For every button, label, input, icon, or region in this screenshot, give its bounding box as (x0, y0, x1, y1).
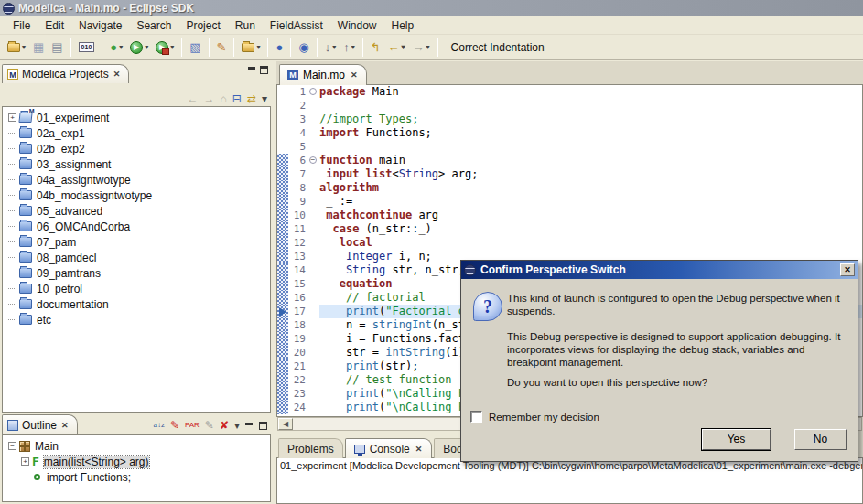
menu-item-project[interactable]: Project (178, 17, 227, 34)
print-icon[interactable]: ▤ (49, 38, 65, 57)
console-content[interactable]: 01_experiment [Modelica Developement Too… (276, 458, 863, 504)
hide-parameters-icon[interactable]: PAR (185, 420, 200, 431)
code-text (319, 99, 862, 113)
save-icon[interactable]: ▦ (30, 38, 47, 57)
tab-console[interactable]: Console✕ (345, 438, 433, 458)
menu-item-fieldassist[interactable]: FieldAssist (263, 17, 330, 34)
tab-modelica-projects[interactable]: M Modelica Projects ✕ (2, 64, 129, 83)
forward-icon[interactable]: → (204, 93, 215, 104)
view-menu-icon[interactable]: ▾ (234, 420, 240, 431)
hide-protected-icon[interactable]: ✎ (205, 420, 214, 431)
external-tools-icon[interactable]: ▶▾ (153, 38, 177, 57)
correct-indentation-button[interactable]: Correct Indentation (443, 38, 553, 58)
maximize-view-icon[interactable] (259, 422, 267, 430)
close-icon[interactable]: ✕ (113, 70, 122, 79)
hide-fields-icon[interactable]: ✎ (170, 420, 179, 431)
expander-plus-icon[interactable]: + (8, 113, 16, 122)
link-with-editor-icon[interactable]: ⇄ (247, 93, 256, 104)
web-sphere-icon[interactable]: ● (273, 38, 286, 57)
web-globe-icon[interactable]: ◉ (296, 38, 311, 57)
close-icon[interactable]: ✕ (350, 70, 359, 80)
project-tree-item[interactable]: 02a_exp1 (6, 125, 270, 141)
dialog-title-bar[interactable]: Confirm Perspective Switch ✕ (461, 261, 858, 279)
dropdown-arrow-icon[interactable]: ▾ (145, 43, 148, 51)
expander-plus-icon[interactable]: + (21, 457, 29, 466)
tab-problems[interactable]: Problems (278, 438, 343, 458)
next-annotation-icon[interactable]: ↓▾ (322, 38, 340, 57)
project-tree-item[interactable]: 10_petrol (6, 281, 270, 296)
project-tree-item[interactable]: 06_OMCAndCorba (6, 219, 270, 234)
console-view-icon[interactable]: ▧ (187, 38, 203, 57)
scroll-left-icon[interactable]: ◀ (278, 418, 293, 430)
previous-annotation-icon[interactable]: ↑▾ (340, 38, 358, 57)
instruction-pointer-icon (279, 307, 286, 316)
project-tree-item[interactable]: 07_pam (6, 234, 270, 250)
line-number: 15 (288, 277, 308, 291)
dropdown-arrow-icon[interactable]: ▾ (119, 43, 123, 51)
tab-main-mo[interactable]: M Main.mo ✕ (279, 64, 367, 85)
collapse-icon[interactable]: − (309, 88, 317, 95)
close-icon[interactable]: ✕ (60, 421, 70, 430)
project-tree-item[interactable]: 05_advanced (6, 203, 270, 219)
outline-tree-item[interactable]: import Functions; (6, 469, 270, 485)
maximize-view-icon[interactable] (260, 66, 268, 74)
sort-icon[interactable]: a↓z (153, 420, 164, 431)
dropdown-arrow-icon[interactable]: ▾ (170, 43, 174, 51)
instruction-pointer-gutter (277, 305, 288, 318)
remember-decision-checkbox[interactable] (470, 411, 482, 423)
project-tree-item[interactable]: +01_experiment (6, 110, 270, 125)
minimize-view-icon[interactable] (245, 422, 254, 430)
open-folder-icon[interactable]: ▾ (239, 40, 263, 55)
dropdown-arrow-icon[interactable]: ▾ (332, 43, 336, 51)
menu-item-search[interactable]: Search (129, 17, 178, 34)
project-tree-item[interactable]: 02b_exp2 (6, 141, 270, 156)
toolbar-separator (70, 38, 71, 57)
last-edit-location-icon[interactable]: ↰ (368, 38, 383, 57)
project-tree-item[interactable]: documentation (6, 296, 270, 312)
project-tree-item[interactable]: 09_pamtrans (6, 265, 270, 281)
debug-icon[interactable]: ●▾ (107, 38, 125, 57)
outline-tree-item[interactable]: +Fmain(list<String> arg) (6, 454, 270, 469)
menu-item-run[interactable]: Run (228, 17, 263, 34)
run-icon[interactable]: ▶▾ (127, 38, 151, 57)
minimize-view-icon[interactable] (248, 66, 256, 74)
dialog-message-2: This Debug perspective is designed to su… (507, 330, 845, 369)
dropdown-arrow-icon[interactable]: ▾ (402, 43, 405, 51)
up-icon[interactable]: ⌂ (221, 93, 227, 104)
dropdown-arrow-icon[interactable]: ▾ (351, 43, 355, 51)
dropdown-arrow-icon[interactable]: ▾ (256, 43, 260, 51)
back-icon[interactable]: ←▾ (385, 38, 408, 57)
menu-item-file[interactable]: File (5, 17, 38, 34)
project-tree-item[interactable]: 04b_modassigntwotype (6, 188, 270, 203)
no-button[interactable]: No (794, 429, 847, 450)
expander-minus-icon[interactable]: − (8, 442, 16, 450)
dialog-close-icon[interactable]: ✕ (840, 263, 855, 276)
tab-outline[interactable]: Outline ✕ (2, 414, 78, 434)
yes-button[interactable]: Yes (702, 429, 771, 450)
menu-item-help[interactable]: Help (384, 17, 422, 34)
project-tree-item[interactable]: 03_assignment (6, 156, 270, 172)
dropdown-arrow-icon[interactable]: ▾ (22, 43, 26, 51)
new-wizard-icon[interactable]: ▾ (5, 40, 28, 55)
dropdown-arrow-icon[interactable]: ▾ (426, 43, 430, 51)
menu-item-edit[interactable]: Edit (38, 17, 71, 34)
back-icon[interactable]: ← (188, 93, 199, 104)
menu-bar: FileEditNavigateSearchProjectRunFieldAss… (0, 16, 863, 35)
menu-item-window[interactable]: Window (330, 17, 384, 34)
project-tree-item[interactable]: 04a_assigntwotype (6, 172, 270, 188)
mark-occurrences-icon[interactable]: ✎ (214, 38, 230, 57)
forward-icon[interactable]: →▾ (410, 38, 433, 57)
collapse-all-icon[interactable]: ⊟ (232, 93, 242, 104)
menu-item-navigate[interactable]: Navigate (71, 17, 129, 34)
outline-tree-item[interactable]: −Main (6, 438, 270, 454)
tree-connector (8, 203, 16, 211)
main-toolbar: ▾▦▤010●▾▶▾▶▾▧✎▾●◉↓▾↑▾↰←▾→▾Correct Indent… (0, 35, 863, 60)
binary-view-icon[interactable]: 010 (76, 39, 98, 55)
view-menu-icon[interactable]: ▾ (262, 93, 267, 104)
close-icon[interactable]: ✕ (415, 445, 424, 454)
line-number: 1 (288, 85, 308, 99)
hide-imports-icon[interactable]: ✘ (220, 420, 229, 431)
collapse-icon[interactable]: − (309, 156, 317, 164)
project-tree-item[interactable]: etc (6, 312, 270, 327)
project-tree-item[interactable]: 08_pamdecl (6, 250, 270, 265)
